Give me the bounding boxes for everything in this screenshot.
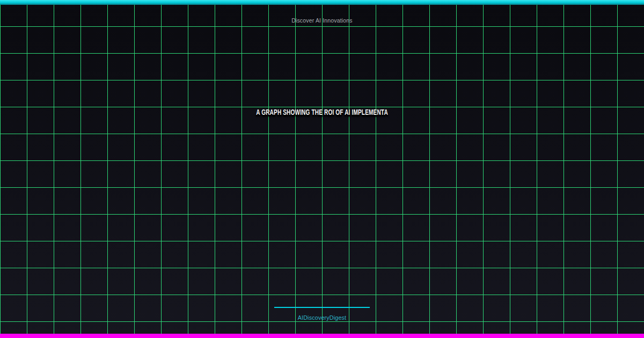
tagline-text: Discover AI Innovations [16,17,628,24]
accent-divider-line [274,307,370,308]
grid-background [0,5,644,334]
banner-title: A GRAPH SHOWING THE ROI OF AI IMPLEMENTA [90,108,554,116]
bottom-accent-bar [0,334,644,338]
brand-name: AIDiscoveryDigest [23,314,621,321]
top-accent-bar [0,0,644,5]
banner-canvas: Discover AI Innovations A GRAPH SHOWING … [0,0,644,338]
